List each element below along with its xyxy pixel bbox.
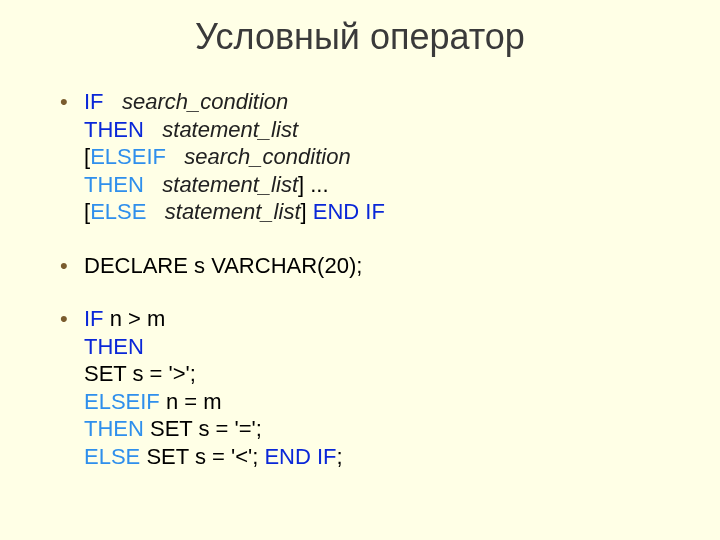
ex-keyword-then-2: THEN: [84, 416, 144, 441]
keyword-if: IF: [84, 89, 104, 114]
keyword-end-if: END IF: [313, 199, 385, 224]
bullet-declare: DECLARE s VARCHAR(20);: [60, 252, 690, 280]
ex-keyword-end-if: END IF: [264, 444, 336, 469]
ex-set-3: SET s = '<';: [140, 444, 264, 469]
bracket-close-dots: ] ...: [298, 172, 329, 197]
ex-keyword-if: IF: [84, 306, 104, 331]
ex-keyword-then: THEN: [84, 334, 144, 359]
slide: Условный оператор IF search_condition TH…: [0, 0, 720, 540]
bullet-example: IF n > m THEN SET s = '>'; ELSEIF n = m …: [60, 305, 690, 470]
keyword-then-2: THEN: [84, 172, 144, 197]
arg-statement-list: statement_list: [162, 117, 298, 142]
ex-keyword-elseif: ELSEIF: [84, 389, 160, 414]
slide-title: Условный оператор: [30, 16, 690, 58]
keyword-elseif: ELSEIF: [90, 144, 166, 169]
arg-statement-list-3: statement_list: [165, 199, 301, 224]
code-declare: DECLARE s VARCHAR(20);: [84, 253, 362, 278]
bracket-close-2: ]: [301, 199, 313, 224]
arg-search-condition: search_condition: [122, 89, 288, 114]
bullet-syntax: IF search_condition THEN statement_list …: [60, 88, 690, 226]
ex-cond-1: n > m: [104, 306, 166, 331]
ex-semicolon: ;: [337, 444, 343, 469]
keyword-then: THEN: [84, 117, 144, 142]
ex-cond-2: n = m: [160, 389, 222, 414]
ex-set-1: SET s = '>';: [84, 361, 196, 386]
ex-set-2: SET s = '=';: [144, 416, 262, 441]
keyword-else: ELSE: [90, 199, 146, 224]
arg-search-condition-2: search_condition: [184, 144, 350, 169]
ex-keyword-else: ELSE: [84, 444, 140, 469]
arg-statement-list-2: statement_list: [162, 172, 298, 197]
slide-body-list: IF search_condition THEN statement_list …: [30, 88, 690, 470]
